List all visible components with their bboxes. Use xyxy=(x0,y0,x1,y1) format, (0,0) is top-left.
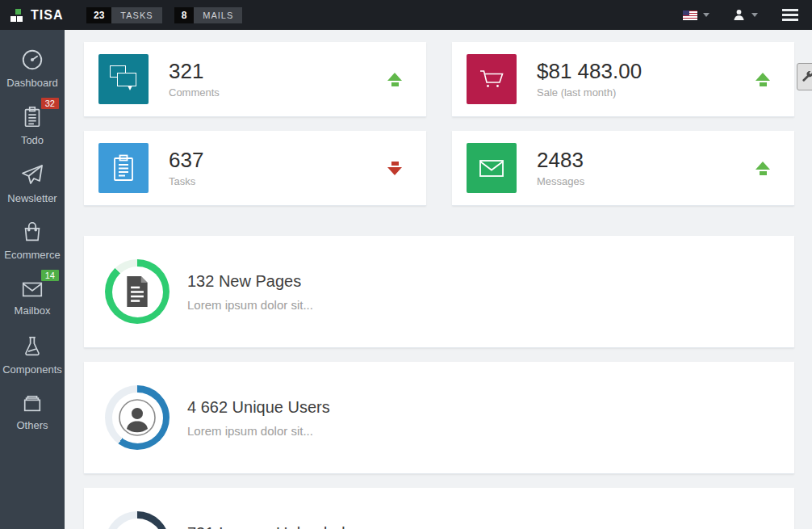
brand-logo[interactable]: TISA xyxy=(0,8,65,23)
settings-toggle-button[interactable] xyxy=(797,63,812,90)
sidebar-item-todo[interactable]: 32 Todo xyxy=(0,97,65,154)
envelope-icon xyxy=(20,279,44,300)
sidebar-item-others[interactable]: Others xyxy=(0,384,65,441)
us-flag-icon xyxy=(683,10,697,20)
chevron-down-icon xyxy=(751,13,758,17)
sidebar-item-label: Mailbox xyxy=(15,304,51,317)
progress-card-subtitle: Lorem ipsum dolor sit... xyxy=(187,298,313,312)
trend-up-icon xyxy=(387,73,402,86)
sidebar-item-newsletter[interactable]: Newsletter xyxy=(0,154,65,212)
mails-count-badge: 8 xyxy=(174,7,195,23)
user-dropdown[interactable] xyxy=(732,8,758,22)
progress-ring xyxy=(105,259,170,324)
brand-name: TISA xyxy=(31,8,63,23)
user-icon xyxy=(732,8,746,22)
sidebar-item-components[interactable]: Components xyxy=(0,326,65,384)
trend-up-icon xyxy=(755,73,770,86)
progress-card-new-pages: 132 New Pages Lorem ipsum dolor sit... xyxy=(84,236,794,348)
sidebar-item-label: Components xyxy=(2,363,62,376)
cart-icon xyxy=(467,54,517,104)
tasks-count-badge: 23 xyxy=(86,7,111,23)
sidebar-item-label: Dashboard xyxy=(6,77,58,89)
topbar: TISA 23 TASKS 8 MAILS xyxy=(0,0,812,30)
mails-label: MAILS xyxy=(194,7,242,23)
sidebar-item-label: Newsletter xyxy=(7,192,57,204)
progress-card-unique-users: 4 662 Unique Users Lorem ipsum dolor sit… xyxy=(84,362,794,474)
stat-value: 2483 xyxy=(537,149,584,173)
sidebar-item-dashboard[interactable]: Dashboard xyxy=(0,40,65,97)
sidebar-item-label: Ecommerce xyxy=(4,249,60,261)
tasks-icon xyxy=(98,143,149,193)
tasks-label: TASKS xyxy=(111,7,161,23)
stat-value: 637 xyxy=(169,149,203,173)
chevron-down-icon xyxy=(703,13,709,17)
stat-card-comments: 321 Comments xyxy=(84,42,426,117)
user-avatar-icon xyxy=(118,398,157,437)
mail-icon xyxy=(467,143,517,193)
menu-toggle-icon[interactable] xyxy=(781,6,800,24)
stat-label: Comments xyxy=(169,86,220,99)
sidebar-item-mailbox[interactable]: 14 Mailbox xyxy=(0,269,65,326)
document-icon xyxy=(124,276,150,307)
stat-card-messages: 2483 Messages xyxy=(452,131,794,206)
tasks-counter-button[interactable]: 23 TASKS xyxy=(86,7,162,23)
language-dropdown[interactable] xyxy=(683,10,709,20)
stat-value: $81 483.00 xyxy=(537,60,642,84)
progress-card-title: 132 New Pages xyxy=(187,272,313,291)
comments-icon xyxy=(98,54,149,104)
sidebar-item-label: Others xyxy=(16,419,48,431)
stat-label: Messages xyxy=(537,175,584,187)
brand-blocks-icon xyxy=(10,9,23,22)
mails-counter-button[interactable]: 8 MAILS xyxy=(174,7,243,23)
stat-card-tasks: 637 Tasks xyxy=(84,131,426,206)
wrench-icon xyxy=(801,70,812,83)
shopping-bag-icon xyxy=(20,220,44,244)
paper-plane-icon xyxy=(19,162,45,187)
main-content: 321 Comments $81 483.00 xyxy=(65,30,812,529)
trend-down-icon xyxy=(387,162,402,175)
flask-icon xyxy=(20,334,44,359)
progress-ring xyxy=(105,511,170,529)
sidebar-item-label: Todo xyxy=(21,134,44,146)
stack-icon xyxy=(20,393,44,414)
progress-ring xyxy=(105,385,170,450)
progress-card-title: 4 662 Unique Users xyxy=(187,398,330,417)
progress-card-subtitle: Lorem ipsum dolor sit... xyxy=(187,424,330,438)
stat-label: Sale (last month) xyxy=(537,86,642,99)
stat-label: Tasks xyxy=(169,175,203,187)
sidebar-item-ecommerce[interactable]: Ecommerce xyxy=(0,212,65,269)
sidebar: Dashboard 32 Todo Newsletter xyxy=(0,30,65,529)
stat-value: 321 xyxy=(169,60,220,84)
stat-card-sale: $81 483.00 Sale (last month) xyxy=(452,42,794,117)
todo-count-badge: 32 xyxy=(41,98,59,109)
progress-card-images-uploaded: 731 Images Uploaded Lorem ipsum dolor si… xyxy=(84,488,794,529)
gauge-icon xyxy=(20,48,44,72)
trend-up-icon xyxy=(755,162,770,175)
progress-card-title: 731 Images Uploaded xyxy=(187,524,345,529)
mailbox-count-badge: 14 xyxy=(41,270,59,281)
